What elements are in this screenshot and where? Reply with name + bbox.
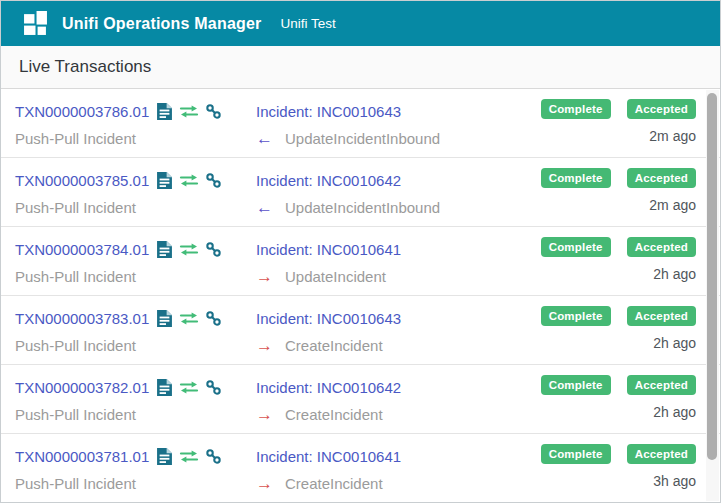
transaction-row: TXN0000003783.01 — [1, 296, 720, 365]
operation-name: CreateIncident — [285, 333, 383, 358]
process-name: Push-Pull Incident — [15, 402, 136, 427]
direction-arrow-icon: → — [256, 267, 285, 287]
app-header: Unifi Operations Manager Unifi Test — [1, 1, 720, 46]
transfer-arrows-icon[interactable] — [179, 380, 199, 395]
status-badge: Accepted — [627, 444, 696, 464]
timestamp: 2h ago — [653, 266, 696, 282]
incident-link[interactable]: Incident: INC0010642 — [256, 375, 401, 400]
transaction-row: TXN0000003784.01 — [1, 227, 720, 296]
process-name: Push-Pull Incident — [15, 471, 136, 496]
scrollbar-thumb[interactable] — [707, 93, 717, 460]
incident-link[interactable]: Incident: INC0010643 — [256, 99, 401, 124]
direction-arrow-icon: → — [256, 474, 285, 494]
timestamp: 3h ago — [653, 473, 696, 489]
process-name: Push-Pull Incident — [15, 195, 136, 220]
transaction-row: TXN0000003782.01 — [1, 365, 720, 434]
timestamp: 2m ago — [649, 197, 696, 213]
document-icon[interactable] — [157, 379, 172, 396]
transaction-row: TXN0000003781.01 — [1, 434, 720, 503]
transaction-row: TXN0000003786.01 — [1, 89, 720, 158]
incident-link[interactable]: Incident: INC0010641 — [256, 444, 401, 469]
link-icon[interactable] — [206, 311, 221, 326]
direction-arrow-icon: → — [256, 405, 285, 425]
document-icon[interactable] — [157, 241, 172, 258]
document-icon[interactable] — [157, 103, 172, 120]
link-icon[interactable] — [206, 104, 221, 119]
document-icon[interactable] — [157, 310, 172, 327]
state-badge: Complete — [541, 375, 611, 395]
document-icon[interactable] — [157, 172, 172, 189]
state-badge: Complete — [541, 237, 611, 257]
scrollbar-track[interactable] — [706, 90, 719, 501]
transfer-arrows-icon[interactable] — [179, 311, 199, 326]
transfer-arrows-icon[interactable] — [179, 173, 199, 188]
grid-logo-icon[interactable] — [23, 11, 48, 36]
transaction-number-link[interactable]: TXN0000003784.01 — [15, 237, 149, 262]
transaction-number-link[interactable]: TXN0000003785.01 — [15, 168, 149, 193]
transfer-arrows-icon[interactable] — [179, 449, 199, 464]
status-badge: Accepted — [627, 237, 696, 257]
timestamp: 2h ago — [653, 335, 696, 351]
timestamp: 2m ago — [649, 128, 696, 144]
status-badge: Accepted — [627, 168, 696, 188]
state-badge: Complete — [541, 306, 611, 326]
status-badge: Accepted — [627, 99, 696, 119]
document-icon[interactable] — [157, 448, 172, 465]
transaction-number-link[interactable]: TXN0000003783.01 — [15, 306, 149, 331]
incident-link[interactable]: Incident: INC0010642 — [256, 168, 401, 193]
transfer-arrows-icon[interactable] — [179, 242, 199, 257]
transfer-arrows-icon[interactable] — [179, 104, 199, 119]
incident-link[interactable]: Incident: INC0010643 — [256, 306, 401, 331]
state-badge: Complete — [541, 444, 611, 464]
page-header: Live Transactions — [1, 46, 720, 89]
process-name: Push-Pull Incident — [15, 333, 136, 358]
operation-name: CreateIncident — [285, 471, 383, 496]
timestamp: 2h ago — [653, 404, 696, 420]
link-icon[interactable] — [206, 380, 221, 395]
link-icon[interactable] — [206, 173, 221, 188]
link-icon[interactable] — [206, 449, 221, 464]
status-badge: Accepted — [627, 375, 696, 395]
app-title: Unifi Operations Manager — [62, 15, 262, 33]
transaction-row: TXN0000003785.01 — [1, 158, 720, 227]
process-name: Push-Pull Incident — [15, 126, 136, 151]
state-badge: Complete — [541, 168, 611, 188]
status-badge: Accepted — [627, 306, 696, 326]
operation-name: UpdateIncident — [285, 264, 386, 289]
process-name: Push-Pull Incident — [15, 264, 136, 289]
link-icon[interactable] — [206, 242, 221, 257]
transaction-number-link[interactable]: TXN0000003786.01 — [15, 99, 149, 124]
operation-name: CreateIncident — [285, 402, 383, 427]
operation-name: UpdateIncidentInbound — [285, 195, 440, 220]
direction-arrow-icon: ← — [256, 129, 285, 149]
incident-link[interactable]: Incident: INC0010641 — [256, 237, 401, 262]
direction-arrow-icon: ← — [256, 198, 285, 218]
transaction-number-link[interactable]: TXN0000003781.01 — [15, 444, 149, 469]
state-badge: Complete — [541, 99, 611, 119]
operation-name: UpdateIncidentInbound — [285, 126, 440, 151]
nav-item-unifi-test[interactable]: Unifi Test — [281, 16, 336, 31]
transaction-number-link[interactable]: TXN0000003782.01 — [15, 375, 149, 400]
transactions-list: TXN0000003786.01 — [1, 89, 720, 503]
page-title: Live Transactions — [19, 57, 151, 77]
direction-arrow-icon: → — [256, 336, 285, 356]
app-window: Unifi Operations Manager Unifi Test Live… — [0, 0, 721, 503]
